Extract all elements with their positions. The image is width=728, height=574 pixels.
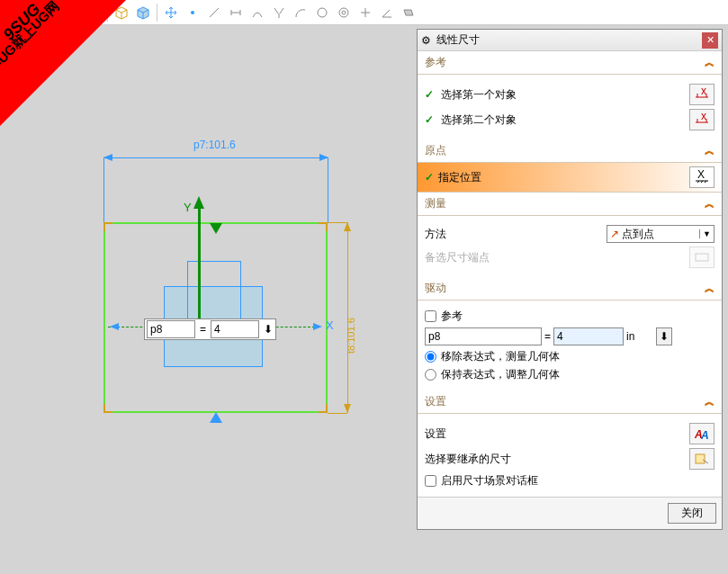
check-icon: ✓ [425,171,434,184]
specify-position-row[interactable]: ✓ 指定位置 X [418,163,722,193]
cube-shaded-icon[interactable] [133,3,153,22]
x-arrow-left-icon [110,323,119,330]
chevron-up-icon: ︽ [705,395,715,408]
method-label: 方法 [425,227,603,242]
svg-text:x: x [701,113,706,122]
section-drive[interactable]: 驱动 ︽ [418,277,722,300]
svg-line-5 [210,8,219,17]
svg-rect-22 [696,454,705,463]
y-arrow-icon [193,196,204,209]
dimension-input-popup[interactable]: = ⬇ [144,318,276,340]
dim-h-label[interactable]: p7:101.6 [193,139,236,151]
point-icon[interactable] [183,3,202,22]
y-axis-label: Y [184,201,192,214]
section-settings[interactable]: 设置 ︽ [418,390,722,414]
section-origin[interactable]: 原点 ︽ [418,139,722,163]
y-axis [198,203,201,329]
plus-icon[interactable] [355,3,375,22]
close-icon[interactable]: ✕ [702,32,718,49]
plane-icon[interactable] [399,3,418,22]
chevron-up-icon: ︽ [705,197,715,211]
linear-dimension-dialog: ⚙ 线性尺寸 ✕ 参考 ︽ ✓ 选择第一个对象 x ✓ 选择第二个对象 x 原点… [417,29,723,530]
svg-point-11 [342,11,346,14]
svg-point-9 [318,8,327,17]
close-button[interactable]: 关闭 [668,503,716,524]
remove-expr-radio[interactable] [425,351,436,363]
dialog-titlebar[interactable]: ⚙ 线性尺寸 ✕ [418,30,722,51]
unit-label: in [626,330,653,343]
x-axis-label: X [326,318,334,332]
origin-point-icon[interactable]: X [689,166,715,188]
dialog-title: 线性尺寸 [436,32,702,48]
keep-expr-radio[interactable] [425,369,436,381]
inner-rectangle-2[interactable] [187,261,241,324]
svg-point-4 [191,11,194,14]
inherit-icon[interactable] [689,448,715,470]
equals-label: = [197,323,209,336]
select-first-object[interactable]: 选择第一个对象 [441,87,686,103]
dim-dropdown-icon[interactable]: ⬇ [261,323,275,336]
text-style-icon[interactable]: AA [689,423,715,444]
move-icon[interactable] [161,3,181,22]
dim-name-input[interactable] [147,320,195,338]
svg-text:x: x [701,88,706,97]
gear-icon[interactable]: ⚙ [421,34,431,47]
drive-name-input[interactable] [425,327,542,345]
svg-text:A: A [700,429,709,440]
arc-icon[interactable] [291,3,310,22]
section-measure[interactable]: 测量 ︽ [418,193,722,216]
circle-icon[interactable] [312,3,332,22]
check-icon: ✓ [425,113,434,126]
dialog-footer: 关闭 [418,497,722,529]
drive-value-input[interactable] [553,327,624,345]
method-select[interactable]: ↗ 点到点 ▼ [607,225,715,243]
inherit-label: 选择要继承的尺寸 [425,452,686,467]
chevron-up-icon: ︽ [705,282,715,295]
dim-pick-icon-2[interactable]: x [689,109,715,130]
line-icon[interactable] [204,3,224,22]
chevron-up-icon: ︽ [705,56,715,69]
reference-label: 参考 [441,309,463,324]
dim-v-label[interactable]: t8:101.6 [346,318,356,354]
trim-icon[interactable] [269,3,289,22]
keep-expr-label: 保持表达式，调整几何体 [441,367,560,382]
equals-label: = [544,330,551,343]
constraint-top-icon [210,223,222,234]
curve-icon[interactable] [247,3,267,22]
alt-points-icon [689,247,715,268]
settings-item-label: 设置 [425,426,686,442]
target-icon[interactable] [334,3,354,22]
constraint-bottom-icon [210,412,222,423]
reference-checkbox[interactable] [425,310,436,322]
check-icon: ✓ [425,88,434,101]
scene-dialog-checkbox[interactable] [425,475,436,487]
x-arrow-right-icon [313,323,322,330]
svg-text:X: X [697,170,705,181]
remove-expr-label: 移除表达式，测量几何体 [441,349,560,364]
chevron-up-icon: ︽ [705,144,715,157]
alt-points-label: 备选尺寸端点 [425,250,686,265]
toolbar-sep [157,4,157,22]
section-reference[interactable]: 参考 ︽ [418,51,722,75]
method-icon: ↗ [610,228,619,240]
chevron-down-icon[interactable]: ▼ [699,229,714,238]
svg-rect-19 [696,254,708,261]
drive-dropdown-icon[interactable]: ⬇ [656,327,672,345]
select-second-object[interactable]: 选择第二个对象 [441,112,686,128]
dim-icon[interactable] [226,3,246,22]
svg-point-10 [339,8,348,17]
angle-icon[interactable] [377,3,397,22]
scene-dialog-label: 启用尺寸场景对话框 [441,473,538,489]
dim-pick-icon-1[interactable]: x [689,84,715,105]
dim-value-input[interactable] [211,320,259,338]
